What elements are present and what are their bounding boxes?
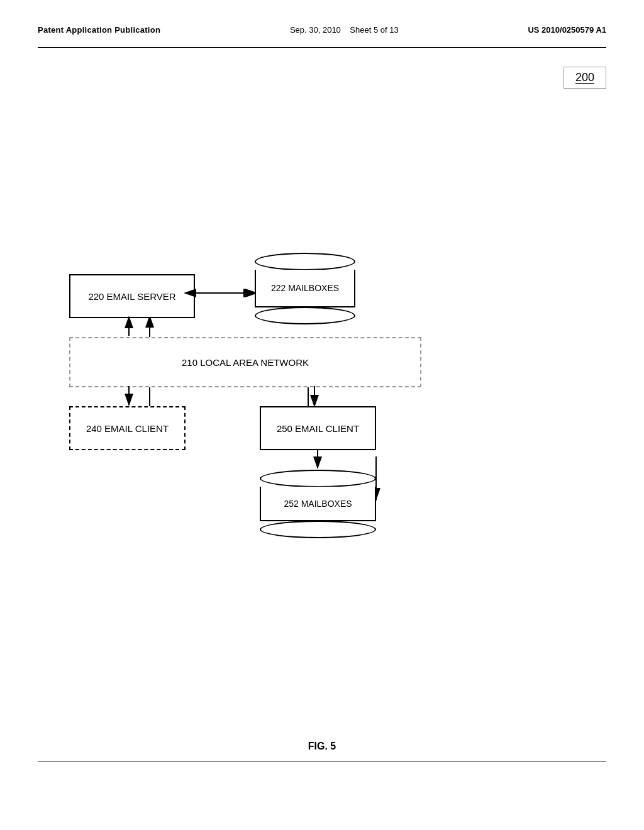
cylinder-222-body: 222 MAILBOXES — [255, 270, 355, 307]
main-content: 200 220 EMAIL SERVER 222 — [0, 48, 644, 809]
cylinder-252-body: 252 MAILBOXES — [260, 487, 376, 521]
header-center: Sep. 30, 2010 Sheet 5 of 13 — [290, 25, 399, 35]
email-client-240-box: 240 EMAIL CLIENT — [69, 406, 186, 450]
email-client-250-label: 250 EMAIL CLIENT — [277, 423, 359, 434]
page-header: Patent Application Publication Sep. 30, … — [0, 0, 644, 47]
cylinder-252-bottom — [260, 521, 376, 538]
header-right: US 2010/0250579 A1 — [528, 25, 606, 35]
cylinder-222-top — [255, 253, 355, 270]
email-server-label: 220 EMAIL SERVER — [88, 291, 175, 302]
lan-box: 210 LOCAL AREA NETWORK — [69, 337, 421, 387]
mailboxes-252-cylinder: 252 MAILBOXES — [260, 469, 376, 539]
cylinder-222-bottom — [255, 307, 355, 324]
mailboxes-222-cylinder: 222 MAILBOXES — [255, 252, 355, 325]
header-sheet: Sheet 5 of 13 — [350, 25, 398, 35]
bottom-divider — [38, 761, 606, 761]
cylinder-252-top — [260, 470, 376, 487]
figure-caption: FIG. 5 — [0, 741, 644, 752]
mailboxes-252-label: 252 MAILBOXES — [284, 499, 352, 509]
header-date: Sep. 30, 2010 — [290, 25, 341, 35]
email-server-box: 220 EMAIL SERVER — [69, 274, 195, 318]
figure-number-box: 200 — [564, 67, 606, 89]
header-left: Patent Application Publication — [38, 25, 160, 35]
mailboxes-222-label: 222 MAILBOXES — [271, 283, 339, 293]
figure-number: 200 — [575, 71, 594, 84]
lan-label: 210 LOCAL AREA NETWORK — [182, 357, 309, 368]
email-client-240-label: 240 EMAIL CLIENT — [86, 423, 169, 434]
email-client-250-box: 250 EMAIL CLIENT — [260, 406, 376, 450]
